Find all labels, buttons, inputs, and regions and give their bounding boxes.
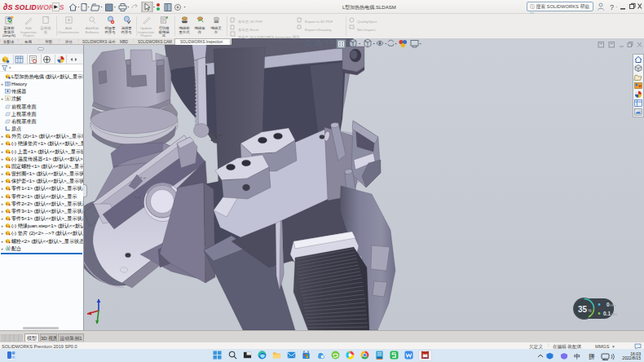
svg-text:KB/s: KB/s [610, 304, 616, 307]
svg-text:KB/s: KB/s [611, 313, 618, 316]
svg-text:35: 35 [578, 305, 588, 314]
svg-text:拼: 拼 [588, 353, 595, 360]
svg-text:·: · [615, 4, 617, 10]
svg-text:%: % [589, 308, 593, 313]
svg-text:0.1: 0.1 [603, 311, 611, 316]
svg-text:?: ? [610, 3, 614, 11]
svg-text:中: 中 [574, 353, 580, 360]
